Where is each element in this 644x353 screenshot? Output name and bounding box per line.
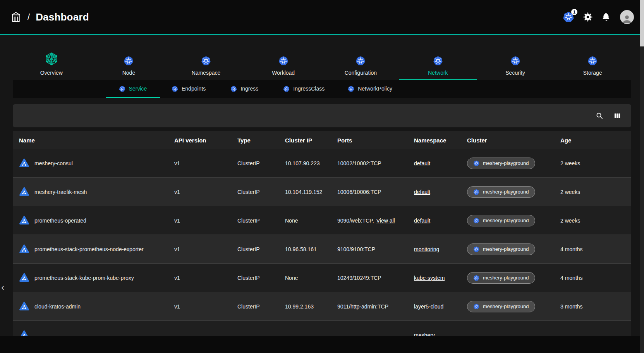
namespace-link[interactable]: default	[414, 218, 430, 224]
tab-namespace[interactable]: Namespace	[167, 50, 245, 80]
namespace-link[interactable]: layer5-cloud	[414, 303, 443, 310]
column-header-namespace[interactable]: Namespace	[408, 137, 461, 144]
service-resource-icon	[19, 187, 29, 197]
namespace-cell: kube-system	[408, 275, 461, 281]
column-header-cluster-ip[interactable]: Cluster IP	[279, 137, 331, 144]
view-all-ports-link[interactable]: View all	[376, 218, 395, 224]
view-columns-icon[interactable]	[613, 112, 621, 120]
header-breadcrumb: / Dashboard	[10, 11, 89, 23]
kubernetes-icon	[348, 86, 354, 92]
settings-gear-icon[interactable]	[583, 12, 593, 22]
tab-workload[interactable]: Workload	[245, 50, 322, 80]
cluster-name: meshery-playground	[483, 160, 529, 166]
column-header-type[interactable]: Type	[231, 137, 279, 144]
column-header-ports[interactable]: Ports	[331, 137, 408, 144]
cluster-chip[interactable]: meshery-playground	[467, 215, 535, 226]
tab-network[interactable]: Network	[399, 50, 477, 80]
service-resource-icon	[19, 215, 29, 226]
table-row[interactable]: meshery-traefik-mesh v1 ClusterIP 10.104…	[13, 178, 631, 206]
namespace-link[interactable]: monitoring	[414, 246, 439, 252]
table-toolbar	[13, 104, 631, 127]
scrollbar-thumb[interactable]	[640, 0, 644, 46]
api-version-cell: v1	[168, 160, 231, 166]
kubernetes-icon	[587, 56, 598, 66]
type-cell: ClusterIP	[231, 218, 279, 224]
person-icon	[622, 14, 632, 24]
tab-configuration[interactable]: Configuration	[322, 50, 400, 80]
tab-label: Workload	[272, 70, 295, 76]
column-header-age[interactable]: Age	[554, 137, 631, 144]
subtab-networkpolicy[interactable]: NetworkPolicy	[336, 80, 404, 98]
cluster-chip[interactable]: meshery-playground	[467, 243, 535, 255]
cluster-chip[interactable]: meshery-playground	[467, 158, 535, 169]
table-row[interactable]: prometheus-stack-kube-prom-kube-proxy v1…	[13, 264, 631, 292]
name-cell: prometheus-stack-prometheus-node-exporte…	[13, 244, 168, 254]
subtab-ingress[interactable]: Ingress	[217, 80, 271, 98]
api-version-cell: v1	[168, 218, 231, 224]
kubernetes-context-button[interactable]: 1	[563, 11, 574, 23]
namespace-cell: default	[408, 160, 461, 166]
kubernetes-icon	[473, 246, 479, 252]
age-cell: 2 weeks	[554, 160, 631, 166]
header-accent-divider	[0, 34, 644, 35]
tab-security[interactable]: Security	[477, 50, 554, 80]
cluster-cell: meshery-playground	[461, 158, 554, 169]
ports-value: 10249/10249:TCP	[337, 275, 381, 281]
tab-node[interactable]: Node	[90, 50, 168, 80]
organization-logo-icon[interactable]	[10, 11, 22, 23]
cluster-chip[interactable]: meshery-playground	[467, 301, 535, 312]
namespace-link[interactable]: kube-system	[414, 275, 445, 281]
column-header-name[interactable]: Name	[13, 137, 168, 144]
cluster-cell: meshery-playground	[461, 215, 554, 226]
kubernetes-icon	[355, 56, 366, 66]
tab-overview[interactable]: Overview	[13, 50, 90, 80]
namespace-link[interactable]: default	[414, 160, 430, 166]
cluster-chip[interactable]: meshery-playground	[467, 186, 535, 198]
column-header-cluster[interactable]: Cluster	[461, 137, 554, 144]
subtab-service[interactable]: Service	[106, 80, 160, 98]
cluster-cell: meshery-playground	[461, 301, 554, 312]
subtab-ingressclass[interactable]: IngressClass	[271, 80, 336, 98]
api-version-cell: v1	[168, 246, 231, 252]
table-row[interactable]: meshery-consul v1 ClusterIP 10.107.90.22…	[13, 149, 631, 178]
cluster-name: meshery-playground	[483, 303, 529, 309]
service-name: prometheus-stack-kube-prom-kube-proxy	[34, 275, 134, 281]
table-row[interactable]: cloud-kratos-admin v1 ClusterIP 10.99.2.…	[13, 292, 631, 321]
ports-value: 9011/http-admin:TCP	[337, 303, 388, 310]
page-scrollbar[interactable]	[640, 0, 644, 353]
age-cell: 4 months	[554, 246, 631, 252]
service-resource-icon	[19, 244, 29, 254]
age-cell: 4 months	[554, 275, 631, 281]
subtab-label: Ingress	[240, 86, 258, 92]
name-cell: prometheus-operated	[13, 215, 168, 226]
subtab-endpoints[interactable]: Endpoints	[160, 80, 217, 98]
cluster-ip-cell: None	[279, 218, 331, 224]
network-resource-subtabs: Service Endpoints Ingress IngressClass N…	[13, 80, 631, 98]
cluster-ip-cell: 10.104.119.152	[279, 189, 331, 195]
service-resource-icon	[19, 272, 29, 283]
meshery-icon	[45, 52, 58, 66]
namespace-link[interactable]: default	[414, 189, 430, 195]
ports-cell: 9090/web:TCP,View all	[331, 218, 408, 224]
tab-storage[interactable]: Storage	[554, 50, 631, 80]
service-resource-icon	[19, 301, 29, 312]
table-header-row: NameAPI versionTypeCluster IPPortsNamesp…	[13, 131, 631, 149]
collapse-drawer-chevron[interactable]: ‹	[1, 282, 5, 292]
ports-cell: 10249/10249:TCP	[331, 275, 408, 281]
cluster-cell: meshery-playground	[461, 243, 554, 255]
resource-category-tabs: Overview Node Namespace Workload Configu…	[13, 50, 631, 80]
notifications-bell-icon[interactable]	[601, 12, 611, 22]
service-name: prometheus-stack-prometheus-node-exporte…	[34, 246, 144, 252]
cluster-name: meshery-playground	[483, 218, 529, 223]
subtab-label: Service	[129, 86, 147, 92]
search-icon[interactable]	[596, 112, 603, 120]
table-row[interactable]: prometheus-stack-prometheus-node-exporte…	[13, 235, 631, 264]
user-avatar[interactable]	[620, 10, 634, 24]
column-header-api-version[interactable]: API version	[168, 137, 231, 144]
table-row[interactable]: prometheus-operated v1 ClusterIP None 90…	[13, 206, 631, 235]
kubernetes-icon	[278, 56, 289, 66]
tab-label: Security	[505, 70, 525, 76]
type-cell: ClusterIP	[231, 275, 279, 281]
cluster-chip[interactable]: meshery-playground	[467, 272, 535, 284]
header-actions: 1	[563, 10, 634, 24]
